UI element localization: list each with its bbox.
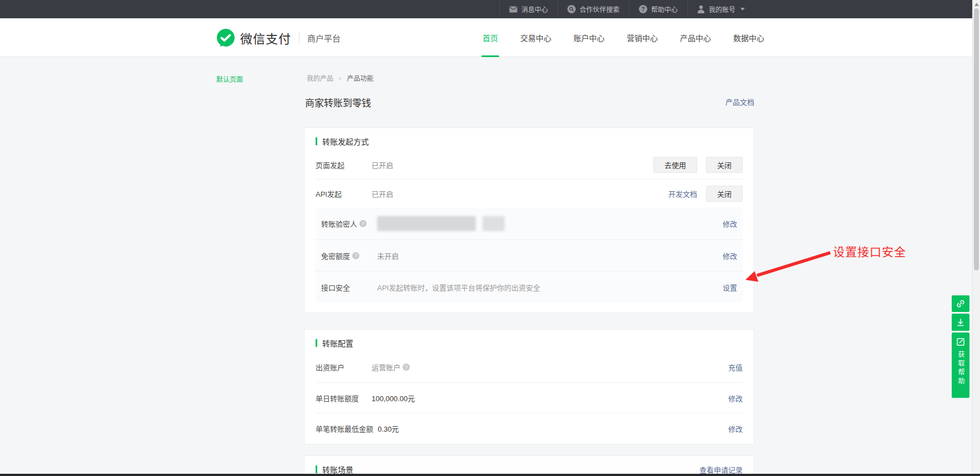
row-label: 单笔转账最低金额 [316, 423, 373, 434]
nav-item-transactions[interactable]: 交易中心 [520, 18, 551, 57]
row-value: 0.30元 [378, 423, 399, 434]
modify-min-amount-link[interactable]: 修改 [728, 423, 743, 434]
product-doc-link[interactable]: 产品文档 [725, 96, 754, 107]
recharge-link[interactable]: 充值 [728, 362, 743, 372]
card-transfer-method: 转账发起方式 页面发起 已开启 去使用 关闭 API发起 已开启 开发文档 关闭… [304, 127, 754, 313]
nav-item-product-center[interactable]: 产品中心 [680, 18, 711, 57]
annotation-label: 设置接口安全 [833, 243, 906, 259]
get-help-label: 获取帮助 [957, 351, 964, 386]
help-tooltip-icon[interactable] [403, 364, 410, 371]
topbar-item-label: 我的账号 [709, 4, 735, 14]
redacted-block [377, 216, 476, 231]
row-label: 页面发起 [316, 160, 367, 170]
scrollbar[interactable] [972, 0, 980, 476]
topbar-item-partner-search[interactable]: 合作伙伴搜索 [557, 0, 629, 18]
help-tooltip-icon[interactable] [359, 220, 367, 227]
card-transfer-scene: 转账场景 查看申请记录 [304, 455, 754, 476]
main-nav: 首页 交易中心 账户中心 营销中心 产品中心 数据中心 [483, 18, 764, 57]
scrollbar-thumb[interactable] [974, 8, 979, 270]
dev-doc-link[interactable]: 开发文档 [668, 188, 697, 199]
breadcrumb: 我的产品 > 产品功能 [307, 73, 373, 83]
get-help-button[interactable]: 获取帮助 [952, 332, 969, 398]
row-value: 运营账户 [372, 362, 400, 372]
row-daily-limit: 单日转账额度 100,000.00元 修改 [316, 382, 743, 413]
nav-item-data-center[interactable]: 数据中心 [733, 18, 764, 57]
section-marker [316, 465, 317, 473]
close-page-initiate-button[interactable]: 关闭 [706, 157, 743, 173]
section-head: 转账配置 [316, 337, 743, 349]
nav-item-marketing-center[interactable]: 营销中心 [627, 18, 658, 57]
wechat-pay-logo-icon [216, 28, 235, 47]
brand-divider [299, 32, 299, 44]
section-head: 转账发起方式 [316, 136, 743, 147]
sidebar-item-default-page[interactable]: 默认页面 [216, 74, 243, 84]
go-use-button[interactable]: 去使用 [653, 157, 697, 173]
redacted-value [377, 216, 505, 231]
row-min-amount: 单笔转账最低金额 0.30元 修改 [316, 413, 743, 443]
download-icon [956, 318, 966, 327]
breadcrumb-current: 产品功能 [347, 73, 373, 83]
modify-free-limit-link[interactable]: 修改 [723, 250, 737, 261]
breadcrumb-parent[interactable]: 我的产品 [307, 73, 333, 83]
chevron-down-icon [740, 8, 745, 11]
search-icon [567, 5, 576, 13]
topbar: 消息中心 合作伙伴搜索 ? 帮助中心 我的账号 [0, 0, 973, 18]
envelope-icon [509, 6, 517, 13]
row-status: 未开启 [377, 250, 399, 261]
row-label: API发起 [316, 188, 367, 199]
row-free-limit: 免密额度 未开启 修改 [316, 239, 743, 271]
brand[interactable]: 微信支付 商户平台 [216, 18, 341, 57]
scrollbar-up-arrow[interactable] [974, 3, 979, 6]
modify-verifier-link[interactable]: 修改 [723, 218, 737, 229]
view-application-records-link[interactable]: 查看申请记录 [699, 464, 743, 475]
topbar-item-label: 帮助中心 [651, 4, 678, 14]
share-link-button[interactable] [952, 295, 969, 312]
nav-item-home[interactable]: 首页 [483, 18, 498, 57]
row-status: 已开启 [372, 160, 393, 170]
topbar-item-label: 合作伙伴搜索 [580, 4, 620, 14]
user-icon [697, 5, 705, 13]
brand-name: 微信支付 [240, 29, 291, 47]
topbar-item-label: 消息中心 [521, 4, 548, 14]
section-marker [316, 339, 317, 347]
row-status: 已开启 [372, 188, 393, 199]
row-label: 免密额度 [321, 250, 350, 261]
api-settings-panel: 转账验密人 修改 免密额度 未开启 修改 接口 [316, 208, 743, 303]
link-icon [956, 299, 966, 309]
screen: 消息中心 合作伙伴搜索 ? 帮助中心 我的账号 [0, 0, 980, 476]
row-label: 转账验密人 [321, 218, 357, 229]
section-title: 转账场景 [322, 464, 353, 475]
topbar-item-help-center[interactable]: ? 帮助中心 [629, 0, 687, 18]
section-title: 转账发起方式 [322, 136, 369, 147]
row-api-security: 接口安全 API发起转账时，设置该项平台将保护你的出资安全 设置 [316, 271, 743, 303]
brand-platform: 商户平台 [307, 32, 341, 44]
modify-daily-limit-link[interactable]: 修改 [728, 393, 743, 403]
header: 微信支付 商户平台 首页 交易中心 账户中心 营销中心 产品中心 数据中心 [0, 18, 973, 57]
section-head: 转账场景 查看申请记录 [316, 464, 743, 475]
row-page-initiate: 页面发起 已开启 去使用 关闭 [316, 150, 743, 179]
close-api-initiate-button[interactable]: 关闭 [706, 186, 743, 202]
topbar-item-messages[interactable]: 消息中心 [499, 0, 557, 18]
screenshot-bottom-edge [0, 474, 980, 476]
row-value: 100,000.00元 [372, 393, 415, 403]
row-label: 单日转账额度 [316, 393, 367, 403]
topbar-item-my-account[interactable]: 我的账号 [687, 0, 754, 18]
card-transfer-config: 转账配置 出资账户 运营账户 充值 单日转账额度 100,000.00元 修改 … [304, 329, 754, 444]
breadcrumb-separator: > [338, 75, 342, 81]
page-title: 商家转账到零钱 [305, 95, 371, 109]
download-button[interactable] [952, 314, 969, 331]
set-api-security-link[interactable]: 设置 [723, 282, 737, 293]
floating-helper: 获取帮助 [952, 295, 969, 398]
row-label: 出资账户 [316, 362, 367, 372]
redacted-block [483, 216, 505, 231]
help-tooltip-icon[interactable] [352, 252, 359, 259]
section-marker [316, 137, 317, 145]
row-transfer-verifier: 转账验密人 修改 [316, 208, 743, 239]
row-label: 接口安全 [321, 282, 373, 293]
edit-icon [956, 337, 966, 347]
nav-item-account-center[interactable]: 账户中心 [573, 18, 605, 57]
section-title: 转账配置 [322, 337, 353, 349]
row-fund-account: 出资账户 运营账户 充值 [316, 352, 743, 382]
row-description: API发起转账时，设置该项平台将保护你的出资安全 [377, 282, 540, 293]
question-icon: ? [639, 5, 647, 13]
